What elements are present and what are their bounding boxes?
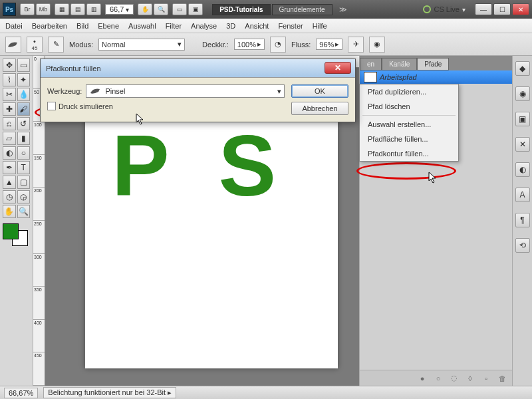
type-tool[interactable]: T bbox=[17, 161, 31, 174]
status-zoom[interactable]: 66,67% bbox=[4, 388, 38, 398]
brush-panel-toggle[interactable]: ✎ bbox=[48, 37, 64, 53]
dialog-close-button[interactable]: ✕ bbox=[325, 62, 351, 74]
ctx-stroke-path[interactable]: Pfadkontur füllen... bbox=[360, 146, 458, 161]
tablet-pressure-button[interactable]: ◉ bbox=[369, 37, 385, 53]
brush-tool[interactable]: 🖌 bbox=[17, 102, 31, 116]
menu-3d[interactable]: 3D bbox=[226, 22, 235, 30]
color-swatches[interactable] bbox=[3, 223, 29, 250]
marquee-tool[interactable]: ▭ bbox=[17, 59, 31, 72]
view-extras-button[interactable]: ▦ bbox=[55, 3, 69, 15]
fill-path-icon[interactable]: ● bbox=[418, 374, 427, 383]
crop-tool[interactable]: ✂ bbox=[3, 88, 16, 101]
dock-color-icon[interactable]: ◆ bbox=[515, 61, 530, 76]
screen-mode-button[interactable]: ▣ bbox=[188, 3, 203, 15]
stroke-path-icon[interactable]: ○ bbox=[434, 374, 443, 383]
ctx-duplicate-path[interactable]: Pfad duplizieren... bbox=[360, 84, 458, 99]
menu-ebene[interactable]: Ebene bbox=[98, 22, 119, 30]
panel-tab-channels[interactable]: Kanäle bbox=[382, 58, 417, 70]
3d-camera-tool[interactable]: ◶ bbox=[17, 190, 31, 203]
dock-paragraph-icon[interactable]: ¶ bbox=[515, 213, 530, 227]
panel-tab-paths[interactable]: Pfade bbox=[417, 58, 449, 70]
dock-history-icon[interactable]: ⟲ bbox=[515, 238, 530, 253]
healing-tool[interactable]: ✚ bbox=[3, 102, 16, 116]
doc-tab-grundelemente[interactable]: Grundelemente bbox=[272, 4, 332, 15]
dialog-titlebar[interactable]: Pfadkontur füllen ✕ bbox=[41, 59, 355, 78]
close-button[interactable]: ✕ bbox=[512, 3, 529, 15]
foreground-color-swatch[interactable] bbox=[3, 223, 19, 239]
history-brush-tool[interactable]: ↺ bbox=[17, 117, 31, 130]
hand-tool[interactable]: ✋ bbox=[3, 205, 16, 218]
gradient-tool[interactable]: ▮ bbox=[17, 132, 31, 145]
shape-tool[interactable]: ▢ bbox=[17, 176, 31, 189]
doc-tab-psdtutorials[interactable]: PSD-Tutorials bbox=[212, 4, 270, 15]
bridge-button[interactable]: Br bbox=[20, 3, 35, 15]
app-logo: Ps bbox=[3, 3, 16, 16]
dock-styles-icon[interactable]: ▣ bbox=[515, 112, 530, 126]
tool-dropdown[interactable]: Pinsel ▾ bbox=[86, 84, 285, 98]
dock-masks-icon[interactable]: ◐ bbox=[515, 162, 530, 177]
pen-tool[interactable]: ✒ bbox=[3, 161, 16, 174]
menu-filter[interactable]: Filter bbox=[166, 22, 182, 30]
flow-label: Fluss: bbox=[291, 41, 311, 49]
chevron-down-icon: ▾ bbox=[277, 87, 281, 96]
cslive-button[interactable]: CS Live ▾ bbox=[423, 5, 466, 13]
menu-bar: Datei Bearbeiten Bild Ebene Auswahl Filt… bbox=[0, 19, 532, 33]
zoom-level-field[interactable]: 66,7 ▾ bbox=[105, 4, 134, 15]
options-bar: •45 ✎ Modus: Normal▾ Deckkr.: 100%▸ ◔ Fl… bbox=[0, 33, 532, 56]
dock-character-icon[interactable]: A bbox=[515, 188, 530, 202]
menu-fenster[interactable]: Fenster bbox=[278, 22, 303, 30]
path-item-arbeitspfad[interactable]: Arbeitspfad bbox=[360, 70, 512, 84]
current-tool-icon[interactable] bbox=[5, 37, 21, 53]
view-grid-button[interactable]: ▥ bbox=[86, 3, 101, 15]
simulate-pressure-checkbox[interactable]: Druck simulieren bbox=[47, 102, 285, 110]
flow-field[interactable]: 96%▸ bbox=[316, 39, 342, 50]
hand-tool-button[interactable]: ✋ bbox=[138, 3, 152, 15]
eyedropper-tool[interactable]: 💧 bbox=[17, 88, 31, 101]
arrange-button[interactable]: ▭ bbox=[172, 3, 187, 15]
blur-tool[interactable]: ◐ bbox=[3, 146, 16, 160]
checkbox-icon bbox=[47, 102, 56, 110]
airbrush-button[interactable]: ✈ bbox=[348, 37, 364, 53]
delete-path-icon[interactable]: 🗑 bbox=[497, 374, 507, 383]
blend-mode-dropdown[interactable]: Normal▾ bbox=[98, 39, 185, 51]
minimize-button[interactable]: — bbox=[475, 3, 492, 15]
view-guides-button[interactable]: ▤ bbox=[70, 3, 85, 15]
title-bar: Ps Br Mb ▦ ▤ ▥ 66,7 ▾ ✋ 🔍 ▭ ▣ PSD-Tutori… bbox=[0, 0, 532, 19]
more-tabs-icon[interactable]: ≫ bbox=[339, 5, 347, 14]
menu-datei[interactable]: Datei bbox=[5, 22, 23, 30]
menu-hilfe[interactable]: Hilfe bbox=[313, 22, 327, 30]
paths-context-menu: Pfad duplizieren... Pfad löschen Auswahl… bbox=[359, 84, 459, 162]
ok-button[interactable]: OK bbox=[291, 84, 348, 98]
status-message: Belichtung funktioniert nur bei 32-Bit ▸ bbox=[43, 387, 176, 398]
dock-swatches-icon[interactable]: ◉ bbox=[515, 86, 530, 101]
menu-ansicht[interactable]: Ansicht bbox=[245, 22, 269, 30]
ctx-delete-path[interactable]: Pfad löschen bbox=[360, 99, 458, 114]
cancel-button[interactable]: Abbrechen bbox=[291, 102, 348, 115]
maximize-button[interactable]: ☐ bbox=[493, 3, 511, 15]
make-workpath-icon[interactable]: ◊ bbox=[466, 374, 475, 383]
menu-analyse[interactable]: Analyse bbox=[191, 22, 217, 30]
ctx-fill-path[interactable]: Pfadfläche füllen... bbox=[360, 132, 458, 146]
dodge-tool[interactable]: ○ bbox=[17, 146, 31, 160]
menu-bild[interactable]: Bild bbox=[76, 22, 88, 30]
zoom-tool[interactable]: 🔍 bbox=[17, 205, 31, 218]
wand-tool[interactable]: ✦ bbox=[17, 73, 31, 86]
panel-tab-layers[interactable]: en bbox=[360, 58, 382, 70]
brush-preset-picker[interactable]: •45 bbox=[27, 37, 43, 53]
lasso-tool[interactable]: ⌇ bbox=[3, 73, 16, 86]
opacity-pressure-button[interactable]: ◔ bbox=[270, 37, 286, 53]
new-path-icon[interactable]: ▫ bbox=[481, 374, 491, 383]
minibridge-button[interactable]: Mb bbox=[36, 3, 51, 15]
zoom-tool-button[interactable]: 🔍 bbox=[154, 3, 168, 15]
menu-auswahl[interactable]: Auswahl bbox=[128, 22, 156, 30]
path-select-tool[interactable]: ▲ bbox=[3, 176, 16, 189]
opacity-field[interactable]: 100%▸ bbox=[234, 39, 265, 50]
path-to-selection-icon[interactable]: ◌ bbox=[450, 374, 459, 383]
ctx-make-selection[interactable]: Auswahl erstellen... bbox=[360, 117, 458, 132]
stamp-tool[interactable]: ⎌ bbox=[3, 117, 16, 130]
3d-tool[interactable]: ◷ bbox=[3, 190, 16, 203]
menu-bearbeiten[interactable]: Bearbeiten bbox=[32, 22, 67, 30]
dock-adjustments-icon[interactable]: ✕ bbox=[515, 137, 530, 152]
eraser-tool[interactable]: ▱ bbox=[3, 132, 16, 145]
move-tool[interactable]: ✥ bbox=[3, 59, 16, 72]
